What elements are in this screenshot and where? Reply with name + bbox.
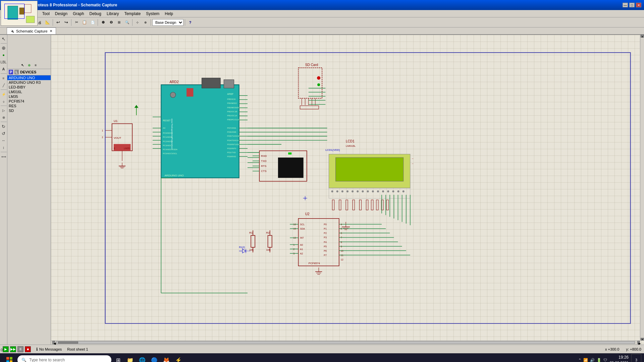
menu-tool[interactable]: Tool <box>40 11 52 17</box>
preview-highlight <box>4 4 24 19</box>
zoom-full-button[interactable]: ⊞ <box>115 19 123 26</box>
volume-icon[interactable]: 🔊 <box>590 358 595 362</box>
edge-icon[interactable]: 🌐 <box>137 354 148 362</box>
scroll-right[interactable]: ► <box>637 341 640 344</box>
scroll-left[interactable]: ◄ <box>52 341 55 344</box>
menu-debug[interactable]: Debug <box>87 11 104 17</box>
svg-text:PC3/ADC3: PC3/ADC3 <box>163 144 173 146</box>
close-button[interactable]: ✕ <box>636 3 641 7</box>
file-explorer-icon[interactable]: 📁 <box>125 354 136 362</box>
taskbar: 🔍 Type here to search ⊞ 📁 🌐 🔵 🦊 ⚡ ⌃ 📶 🔊 … <box>0 353 644 362</box>
junction-tool[interactable]: ● <box>0 52 7 58</box>
device-item-6[interactable]: RES <box>7 104 51 108</box>
svg-point-111 <box>392 190 394 192</box>
device-item-5[interactable]: PCF8574 <box>7 99 51 104</box>
scroll-down[interactable]: ▼ <box>641 338 644 341</box>
copy-button[interactable]: 📋 <box>81 19 88 26</box>
scrollbar-thumb-h[interactable] <box>58 342 78 344</box>
svg-rect-235 <box>6 357 9 360</box>
device-p-label[interactable]: P <box>9 70 13 74</box>
wire-tool[interactable]: ╱ <box>0 82 7 88</box>
svg-text:PCF8574: PCF8574 <box>309 262 320 265</box>
scrollbar-track-h[interactable] <box>56 341 635 344</box>
bus-tool[interactable]: ≡ <box>0 75 7 81</box>
design-select[interactable]: Base Design Design 1 <box>152 19 183 26</box>
menu-template[interactable]: Template <box>122 11 144 17</box>
svg-rect-3 <box>26 16 35 23</box>
svg-text:LCD1(VDD): LCD1(VDD) <box>325 148 340 152</box>
tab-close-button[interactable]: ✕ <box>50 29 52 33</box>
svg-text:PB3/MOSI/OC2A: PB3/MOSI/OC2A <box>227 107 243 109</box>
scroll-up[interactable]: ▲ <box>641 35 644 38</box>
flip-v-tool[interactable]: ↕ <box>0 144 7 151</box>
step-button[interactable]: ▶▶ <box>10 346 16 352</box>
device-item-4[interactable]: LM35 <box>7 94 51 99</box>
svg-point-105 <box>362 190 364 192</box>
menu-system[interactable]: System <box>143 11 162 17</box>
maximize-button[interactable]: □ <box>629 3 635 7</box>
clock[interactable]: 19:26 29-08-2021 <box>610 355 629 362</box>
h-scrollbar[interactable]: ◄ ► <box>51 341 640 345</box>
zoom-in-button[interactable]: ⊕ <box>99 19 107 26</box>
zoom-area-button[interactable]: 🔍 <box>123 19 131 26</box>
menu-design[interactable]: Design <box>52 11 70 17</box>
network-icon[interactable]: 📶 <box>583 358 588 362</box>
device-item-2[interactable]: LED-BIBY <box>7 85 51 89</box>
tab-schematic[interactable]: 🔌 Schematic Capture ✕ <box>7 27 56 34</box>
canvas-area[interactable]: U1 VOUT 3 LM35 1 2 ARD2 <box>51 35 644 345</box>
show-desktop-button[interactable]: 3 <box>631 354 641 362</box>
print-area-button[interactable]: 📐 <box>44 19 51 26</box>
text-tool[interactable]: A <box>0 66 7 72</box>
stop-button[interactable]: ■ <box>25 346 31 352</box>
probe-tool[interactable]: ⊗ <box>0 114 7 121</box>
sidebar-place-btn[interactable]: ⊕ <box>26 62 32 68</box>
ground-tool[interactable]: ⏚ <box>0 98 7 105</box>
taskbar-search-bar[interactable]: 🔍 Type here to search <box>17 355 111 362</box>
rotate-cw-tool[interactable]: ↻ <box>0 123 7 130</box>
redo-button[interactable]: ↪ <box>62 19 70 26</box>
battery-icon[interactable]: 🔋 <box>597 358 601 362</box>
rotate-ccw-tool[interactable]: ↺ <box>0 130 7 137</box>
snap-pin-button[interactable]: ⊕ <box>142 19 149 26</box>
sidebar-pointer-btn[interactable]: ↖ <box>19 62 25 68</box>
svg-text:RXD: RXD <box>261 155 267 158</box>
mirror-tool[interactable]: ⟺ <box>0 153 7 160</box>
start-button[interactable] <box>3 354 16 362</box>
label-tool[interactable]: LBL <box>0 59 7 65</box>
devices-title: DEVICES <box>20 70 36 74</box>
marker-tool[interactable]: ▷ <box>0 107 7 114</box>
zoom-out-button[interactable]: ⊖ <box>107 19 115 26</box>
svg-rect-74 <box>299 68 322 98</box>
snap-grid-button[interactable]: ⊹ <box>134 19 141 26</box>
sidebar-bus-btn[interactable]: ≡ <box>33 62 39 68</box>
pause-button[interactable]: ⏸ <box>17 346 23 352</box>
svg-text:LM016L: LM016L <box>346 144 356 147</box>
svg-point-75 <box>317 76 320 80</box>
power-tool[interactable]: ⚡ <box>0 91 7 98</box>
firefox-icon[interactable]: 🦊 <box>161 354 172 362</box>
cut-button[interactable]: ✂ <box>73 19 80 26</box>
proteus-icon[interactable]: ⚡ <box>173 354 184 362</box>
task-view-button[interactable]: ⊞ <box>113 354 123 362</box>
taskbar-right: ⌃ 📶 🔊 🔋 🛡 19:26 29-08-2021 3 <box>578 354 641 362</box>
undo-button[interactable]: ↩ <box>54 19 62 26</box>
device-item-3[interactable]: LM016L <box>7 89 51 94</box>
tray-up-arrow[interactable]: ⌃ <box>578 358 581 362</box>
chrome-icon[interactable]: 🔵 <box>149 354 160 362</box>
menu-help[interactable]: Help <box>162 11 176 17</box>
help-button[interactable]: ? <box>186 19 194 26</box>
device-l-label[interactable]: L <box>14 70 19 74</box>
component-tool[interactable]: ⊕ <box>0 45 7 51</box>
v-scrollbar[interactable]: ▲ ▼ <box>640 35 644 341</box>
minimize-button[interactable]: — <box>623 3 628 7</box>
sep6 <box>151 19 151 26</box>
menu-library[interactable]: Library <box>104 11 122 17</box>
select-tool[interactable]: ↖ <box>0 36 7 42</box>
flip-h-tool[interactable]: ↔ <box>0 137 7 144</box>
svg-rect-2 <box>24 4 31 13</box>
device-item-7[interactable]: SD <box>7 108 51 113</box>
paste-button[interactable]: 📄 <box>89 19 96 26</box>
device-item-1[interactable]: ARDUINO UNO R3 <box>7 80 51 85</box>
menu-graph[interactable]: Graph <box>70 11 87 17</box>
device-item-0[interactable]: ARDUINO UNO <box>7 75 51 80</box>
